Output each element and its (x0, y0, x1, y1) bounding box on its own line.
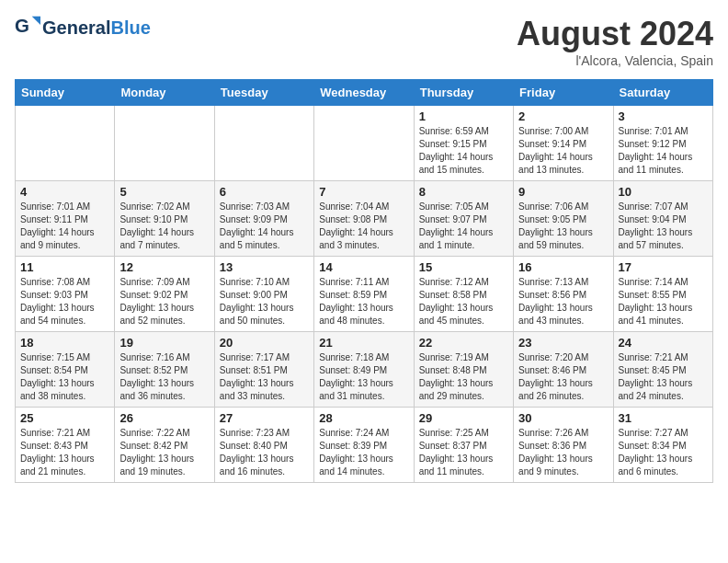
day-info: Sunrise: 7:27 AM Sunset: 8:34 PM Dayligh… (619, 427, 708, 478)
day-info: Sunrise: 6:59 AM Sunset: 9:15 PM Dayligh… (419, 125, 508, 177)
header-monday: Monday (115, 80, 214, 106)
day-info: Sunrise: 7:21 AM Sunset: 8:45 PM Dayligh… (619, 351, 708, 403)
week-row-5: 25Sunrise: 7:21 AM Sunset: 8:43 PM Dayli… (16, 408, 713, 483)
logo-general: General (42, 17, 110, 38)
day-info: Sunrise: 7:09 AM Sunset: 9:02 PM Dayligh… (119, 276, 209, 327)
table-cell: 18Sunrise: 7:15 AM Sunset: 8:54 PM Dayli… (16, 332, 115, 408)
day-number: 25 (20, 411, 109, 425)
table-cell: 8Sunrise: 7:05 AM Sunset: 9:07 PM Daylig… (414, 181, 513, 257)
day-number: 4 (20, 185, 109, 199)
table-cell: 30Sunrise: 7:26 AM Sunset: 8:36 PM Dayli… (514, 408, 613, 483)
day-info: Sunrise: 7:17 AM Sunset: 8:51 PM Dayligh… (220, 351, 309, 403)
table-cell (314, 106, 414, 181)
table-cell: 27Sunrise: 7:23 AM Sunset: 8:40 PM Dayli… (214, 408, 313, 483)
day-number: 30 (518, 411, 608, 425)
day-info: Sunrise: 7:18 AM Sunset: 8:49 PM Dayligh… (319, 351, 408, 403)
day-number: 2 (518, 109, 608, 123)
table-cell: 31Sunrise: 7:27 AM Sunset: 8:34 PM Dayli… (613, 408, 712, 483)
table-cell: 21Sunrise: 7:18 AM Sunset: 8:49 PM Dayli… (314, 332, 414, 408)
day-number: 24 (619, 336, 708, 350)
day-number: 17 (619, 260, 708, 274)
day-info: Sunrise: 7:25 AM Sunset: 8:37 PM Dayligh… (419, 427, 508, 478)
calendar-table: Sunday Monday Tuesday Wednesday Thursday… (15, 79, 713, 483)
day-info: Sunrise: 7:21 AM Sunset: 8:43 PM Dayligh… (20, 427, 109, 478)
table-cell: 22Sunrise: 7:19 AM Sunset: 8:48 PM Dayli… (414, 332, 513, 408)
week-row-2: 4Sunrise: 7:01 AM Sunset: 9:11 PM Daylig… (16, 181, 713, 257)
logo-blue: Blue (110, 17, 150, 38)
day-info: Sunrise: 7:04 AM Sunset: 9:08 PM Dayligh… (319, 201, 408, 252)
header-friday: Friday (514, 80, 613, 106)
day-number: 20 (220, 336, 309, 350)
header-area: G GeneralBlue August 2024 l'Alcora, Vale… (15, 15, 713, 68)
day-number: 16 (518, 260, 608, 274)
day-info: Sunrise: 7:08 AM Sunset: 9:03 PM Dayligh… (20, 276, 109, 327)
day-number: 3 (619, 109, 708, 123)
day-number: 8 (419, 185, 508, 199)
table-cell: 17Sunrise: 7:14 AM Sunset: 8:55 PM Dayli… (613, 257, 712, 332)
day-number: 31 (619, 411, 708, 425)
table-cell (214, 106, 313, 181)
day-info: Sunrise: 7:05 AM Sunset: 9:07 PM Dayligh… (419, 201, 508, 252)
table-cell: 11Sunrise: 7:08 AM Sunset: 9:03 PM Dayli… (16, 257, 115, 332)
table-cell: 29Sunrise: 7:25 AM Sunset: 8:37 PM Dayli… (414, 408, 513, 483)
day-number: 19 (119, 336, 209, 350)
table-cell: 19Sunrise: 7:16 AM Sunset: 8:52 PM Dayli… (115, 332, 214, 408)
table-cell: 10Sunrise: 7:07 AM Sunset: 9:04 PM Dayli… (613, 181, 712, 257)
day-number: 5 (119, 185, 209, 199)
day-info: Sunrise: 7:23 AM Sunset: 8:40 PM Dayligh… (220, 427, 309, 478)
table-cell: 6Sunrise: 7:03 AM Sunset: 9:09 PM Daylig… (214, 181, 313, 257)
header-thursday: Thursday (414, 80, 513, 106)
day-info: Sunrise: 7:12 AM Sunset: 8:58 PM Dayligh… (419, 276, 508, 327)
subtitle: l'Alcora, Valencia, Spain (517, 53, 713, 68)
day-info: Sunrise: 7:24 AM Sunset: 8:39 PM Dayligh… (319, 427, 408, 478)
day-number: 11 (20, 260, 109, 274)
day-number: 1 (419, 109, 508, 123)
header-wednesday: Wednesday (314, 80, 414, 106)
table-cell: 23Sunrise: 7:20 AM Sunset: 8:46 PM Dayli… (514, 332, 613, 408)
table-cell: 25Sunrise: 7:21 AM Sunset: 8:43 PM Dayli… (16, 408, 115, 483)
day-info: Sunrise: 7:19 AM Sunset: 8:48 PM Dayligh… (419, 351, 508, 403)
table-cell (115, 106, 214, 181)
table-cell: 14Sunrise: 7:11 AM Sunset: 8:59 PM Dayli… (314, 257, 414, 332)
header-tuesday: Tuesday (214, 80, 313, 106)
svg-marker-1 (32, 17, 40, 25)
table-cell: 2Sunrise: 7:00 AM Sunset: 9:14 PM Daylig… (514, 106, 613, 181)
day-info: Sunrise: 7:26 AM Sunset: 8:36 PM Dayligh… (518, 427, 608, 478)
day-number: 26 (119, 411, 209, 425)
table-cell: 26Sunrise: 7:22 AM Sunset: 8:42 PM Dayli… (115, 408, 214, 483)
header-saturday: Saturday (613, 80, 712, 106)
day-number: 13 (220, 260, 309, 274)
day-number: 29 (419, 411, 508, 425)
day-number: 15 (419, 260, 508, 274)
table-cell: 20Sunrise: 7:17 AM Sunset: 8:51 PM Dayli… (214, 332, 313, 408)
day-info: Sunrise: 7:00 AM Sunset: 9:14 PM Dayligh… (518, 125, 608, 177)
day-number: 10 (619, 185, 708, 199)
day-info: Sunrise: 7:14 AM Sunset: 8:55 PM Dayligh… (619, 276, 708, 327)
day-number: 27 (220, 411, 309, 425)
table-cell: 28Sunrise: 7:24 AM Sunset: 8:39 PM Dayli… (314, 408, 414, 483)
day-info: Sunrise: 7:11 AM Sunset: 8:59 PM Dayligh… (319, 276, 408, 327)
day-info: Sunrise: 7:16 AM Sunset: 8:52 PM Dayligh… (119, 351, 209, 403)
day-info: Sunrise: 7:10 AM Sunset: 9:00 PM Dayligh… (220, 276, 309, 327)
day-number: 22 (419, 336, 508, 350)
day-info: Sunrise: 7:15 AM Sunset: 8:54 PM Dayligh… (20, 351, 109, 403)
header-sunday: Sunday (16, 80, 115, 106)
table-cell: 15Sunrise: 7:12 AM Sunset: 8:58 PM Dayli… (414, 257, 513, 332)
day-info: Sunrise: 7:01 AM Sunset: 9:12 PM Dayligh… (619, 125, 708, 177)
table-cell: 4Sunrise: 7:01 AM Sunset: 9:11 PM Daylig… (16, 181, 115, 257)
day-number: 7 (319, 185, 408, 199)
day-number: 18 (20, 336, 109, 350)
day-info: Sunrise: 7:20 AM Sunset: 8:46 PM Dayligh… (518, 351, 608, 403)
table-cell: 24Sunrise: 7:21 AM Sunset: 8:45 PM Dayli… (613, 332, 712, 408)
table-cell: 1Sunrise: 6:59 AM Sunset: 9:15 PM Daylig… (414, 106, 513, 181)
day-info: Sunrise: 7:03 AM Sunset: 9:09 PM Dayligh… (220, 201, 309, 252)
day-number: 21 (319, 336, 408, 350)
svg-text:G: G (15, 15, 29, 36)
table-cell: 9Sunrise: 7:06 AM Sunset: 9:05 PM Daylig… (514, 181, 613, 257)
table-cell (16, 106, 115, 181)
table-cell: 5Sunrise: 7:02 AM Sunset: 9:10 PM Daylig… (115, 181, 214, 257)
weekday-header-row: Sunday Monday Tuesday Wednesday Thursday… (16, 80, 713, 106)
month-title: August 2024 (517, 15, 713, 53)
logo: G GeneralBlue (15, 15, 151, 40)
table-cell: 3Sunrise: 7:01 AM Sunset: 9:12 PM Daylig… (613, 106, 712, 181)
